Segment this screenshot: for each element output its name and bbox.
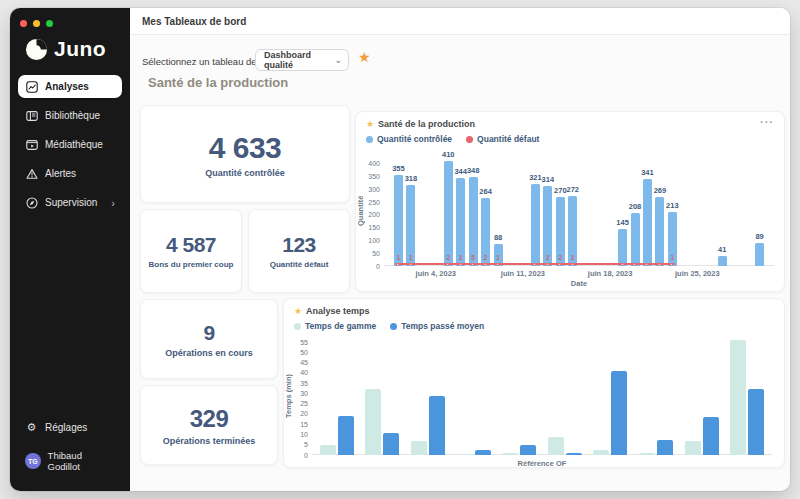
time-chart-plot: Temps (min) Référence OF 051015202530354… [314, 337, 770, 455]
value-label: 272 [558, 185, 588, 194]
defect-label: 1 [488, 254, 508, 261]
alert-triangle-icon [25, 167, 38, 180]
chart-more-menu-button[interactable]: ··· [760, 116, 774, 128]
kpi-card-operations-en-cours: 9 Opérations en cours [140, 299, 278, 379]
time-chart-title: Analyse temps [306, 306, 370, 316]
kpi-value: 4 587 [166, 233, 216, 257]
production-chart-plot: Quantité Date 05010015020025030035040035… [386, 156, 772, 266]
sidebar-item-label: Supervision [45, 197, 97, 208]
y-tick: 20 [290, 410, 308, 417]
defect-dot [571, 263, 574, 266]
value-label: 318 [396, 174, 426, 183]
gamme-bar [365, 389, 381, 455]
minimize-button[interactable] [33, 20, 40, 27]
favorite-star-icon[interactable]: ★ [358, 50, 371, 64]
dashboard-main: Sélectionnez un tableau de bord Dashboar… [130, 35, 790, 491]
value-label: 41 [707, 245, 737, 254]
dashboard-select[interactable]: Dashboard qualité ⌄ [255, 49, 349, 71]
chevron-right-icon: › [111, 197, 115, 209]
sidebar-item-label: Réglages [45, 422, 87, 433]
value-label: 410 [433, 150, 463, 159]
maximize-button[interactable] [46, 20, 53, 27]
y-tick: 45 [290, 359, 308, 366]
kpi-value: 4 633 [209, 131, 282, 165]
kpi-value: 123 [282, 233, 316, 257]
value-label: 89 [745, 232, 775, 241]
y-tick: 35 [290, 380, 308, 387]
library-icon [25, 109, 38, 122]
production-chart-title: Santé de la production [378, 119, 475, 129]
kpi-card-operations-terminees: 329 Opérations terminées [140, 385, 278, 465]
sidebar-item-supervision[interactable]: Supervision › [18, 191, 122, 214]
x-tick: juin 4, 2023 [416, 269, 456, 278]
value-label: 269 [645, 186, 675, 195]
gamme-bar [639, 453, 655, 455]
y-tick: 350 [362, 173, 380, 180]
legend-item-quantite-controlee[interactable]: Quantité contrôlée [366, 134, 452, 144]
user-name: Thibaud Godillot [48, 450, 115, 472]
y-tick: 40 [290, 369, 308, 376]
value-label: 264 [471, 187, 501, 196]
sidebar-nav: Analyses Bibliothèque Médiathèque Alerte… [10, 75, 130, 214]
sidebar-item-analyses[interactable]: Analyses [18, 75, 122, 98]
app-title: Juno [54, 37, 106, 61]
sidebar-item-reglages[interactable]: ⚙ Réglages [18, 416, 122, 439]
gamme-bar [593, 450, 609, 455]
defect-dot [658, 263, 661, 266]
y-tick: 200 [362, 211, 380, 218]
y-tick: 50 [362, 250, 380, 257]
legend-item-quantite-defaut[interactable]: Quantité défaut [466, 134, 539, 144]
sidebar-item-alertes[interactable]: Alertes [18, 162, 122, 185]
y-tick: 15 [290, 421, 308, 428]
x-tick: juin 25, 2023 [675, 269, 720, 278]
page-title: Mes Tableaux de bord [142, 16, 246, 27]
topbar: Mes Tableaux de bord [130, 8, 790, 35]
sidebar-item-bibliotheque[interactable]: Bibliothèque [18, 104, 122, 127]
sidebar-footer: ⚙ Réglages TG Thibaud Godillot [10, 416, 130, 491]
y-tick: 100 [362, 237, 380, 244]
value-label: 314 [533, 175, 563, 184]
value-label: 341 [632, 168, 662, 177]
qty-bar [618, 229, 627, 266]
legend-dot [466, 136, 473, 143]
kpi-card-quantite-defaut: 123 Quantité défaut [248, 209, 350, 293]
gamme-bar [548, 437, 564, 455]
y-tick: 5 [290, 441, 308, 448]
sidebar-item-label: Bibliothèque [45, 110, 100, 121]
y-tick: 55 [290, 339, 308, 346]
y-tick: 0 [362, 263, 380, 270]
juno-logo-icon [25, 38, 48, 61]
qty-bar [631, 213, 640, 266]
close-button[interactable] [20, 20, 27, 27]
qty-bar [456, 178, 465, 266]
y-tick: 250 [362, 199, 380, 206]
user-menu[interactable]: TG Thibaud Godillot [18, 445, 122, 477]
y-tick: 150 [362, 224, 380, 231]
passe-bar [611, 371, 627, 455]
passe-bar [657, 440, 673, 455]
star-icon: ★ [366, 120, 374, 129]
qty-bar [394, 175, 403, 266]
content-area: Mes Tableaux de bord Sélectionnez un tab… [130, 8, 790, 491]
legend-label: Quantité contrôlée [377, 134, 452, 144]
legend-item-temps-de-gamme[interactable]: Temps de gamme [294, 321, 376, 331]
y-tick: 30 [290, 390, 308, 397]
axis-baseline [384, 265, 774, 266]
passe-bar [338, 416, 354, 455]
y-tick: 25 [290, 400, 308, 407]
x-tick: juin 11, 2023 [501, 269, 545, 278]
app-logo: Juno [10, 27, 130, 61]
y-tick: 10 [290, 431, 308, 438]
kpi-card-bons-premier-coup: 4 587 Bons du premier coup [140, 209, 242, 293]
passe-bar [566, 453, 582, 455]
kpi-label: Bons du premier coup [149, 260, 234, 269]
gamme-bar [685, 441, 701, 455]
gamme-bar [502, 453, 518, 455]
kpi-label: Opérations terminées [163, 436, 256, 446]
legend-item-temps-passe-moyen[interactable]: Temps passé moyen [390, 321, 484, 331]
legend-label: Quantité défaut [477, 134, 539, 144]
value-label: 88 [483, 233, 513, 242]
sidebar-item-mediatheque[interactable]: Médiathèque [18, 133, 122, 156]
star-icon: ★ [294, 307, 302, 316]
gamme-bar [730, 340, 746, 455]
